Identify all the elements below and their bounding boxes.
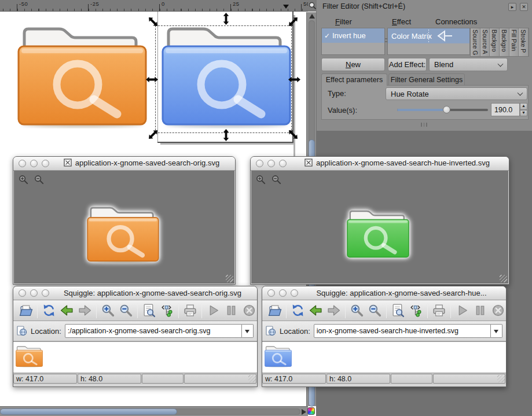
resize-grip[interactable] <box>226 275 233 282</box>
play-button[interactable] <box>454 302 471 319</box>
svg-content-area[interactable] <box>262 341 506 373</box>
value-slider-thumb[interactable] <box>443 106 450 113</box>
maximize-button[interactable] <box>279 160 287 167</box>
close-button[interactable] <box>256 160 263 167</box>
tree-button[interactable] <box>159 302 175 319</box>
zoom-out-button[interactable] <box>118 302 134 319</box>
scale-handle-n[interactable] <box>222 13 230 25</box>
play-button[interactable] <box>205 302 222 319</box>
add-effect-button[interactable]: Add Effect: <box>388 58 427 71</box>
maximize-button[interactable] <box>42 289 49 297</box>
new-filter-button[interactable]: New <box>321 58 385 71</box>
back-button[interactable] <box>307 302 324 319</box>
scale-handle-se[interactable] <box>286 127 300 141</box>
connection-background-image[interactable]: Backgro <box>490 28 500 56</box>
connection-source-graphic[interactable]: Source G <box>471 28 480 56</box>
resize-grip[interactable] <box>248 375 256 382</box>
tree-button[interactable] <box>408 302 424 319</box>
stop-button[interactable] <box>241 302 258 319</box>
viewer-inverted-titlebar[interactable]: application-x-gnome-saved-search-hue-inv… <box>251 157 509 171</box>
zoom-in-icon[interactable] <box>19 175 28 185</box>
connection-fill-paint[interactable]: Fill Pain <box>509 28 519 56</box>
scale-handle-s[interactable] <box>222 129 230 141</box>
type-label: Type: <box>328 89 346 98</box>
resize-grip[interactable] <box>500 275 507 282</box>
minimize-button[interactable] <box>279 289 287 297</box>
connection-source-alpha[interactable]: Source A <box>480 28 490 56</box>
horizontal-scrollbar[interactable] <box>0 406 308 416</box>
filter-enabled-checkbox[interactable]: ✓ <box>322 32 332 40</box>
type-dropdown[interactable]: Hue Rotate <box>386 87 527 100</box>
zoom-out-icon[interactable] <box>34 175 44 185</box>
location-history-dropdown[interactable] <box>242 324 254 338</box>
scroll-right-arrow[interactable] <box>302 409 306 415</box>
add-effect-dropdown[interactable]: Blend <box>429 58 508 71</box>
viewer-orig-titlebar[interactable]: application-x-gnome-saved-search-orig.sv… <box>13 157 235 171</box>
squiggle-window-hue-inverted[interactable]: Squiggle: application-x-gnome-saved-sear… <box>262 286 507 387</box>
effect-list[interactable]: Color Matrix <box>387 28 470 55</box>
maximize-button[interactable] <box>42 160 49 167</box>
open-button[interactable] <box>266 302 283 319</box>
panel-close-button[interactable]: ✕ <box>520 3 528 11</box>
scale-handle-e[interactable] <box>288 76 300 83</box>
zoom-out-icon[interactable] <box>271 175 281 185</box>
refresh-button[interactable] <box>289 302 306 319</box>
close-button[interactable] <box>19 160 26 167</box>
resize-grip[interactable] <box>497 375 505 382</box>
location-history-dropdown[interactable] <box>491 324 502 338</box>
effect-list-item[interactable]: Color Matrix <box>388 28 469 43</box>
preview-button[interactable] <box>390 302 406 319</box>
svg-content-area[interactable] <box>13 341 257 373</box>
panel-resize-grip[interactable] <box>421 123 427 127</box>
spin-up-icon[interactable]: ▲ <box>520 103 527 110</box>
horizontal-ruler[interactable]: -50-2502550 <box>0 0 308 12</box>
zoom-out-button[interactable] <box>366 302 383 319</box>
filter-list[interactable]: ✓ Invert hue <box>321 28 385 55</box>
connections-area[interactable]: Source G Source A Backgro Backgro Fill P… <box>470 28 529 57</box>
open-button[interactable] <box>17 302 34 319</box>
pause-button[interactable] <box>223 302 240 319</box>
squiggle-orig-titlebar[interactable]: Squiggle: application-x-gnome-saved-sear… <box>13 286 257 300</box>
stop-button[interactable] <box>490 302 507 319</box>
location-input[interactable] <box>314 324 491 338</box>
value-spin-buttons[interactable]: ▲ ▼ <box>520 103 527 116</box>
print-button[interactable] <box>182 302 199 319</box>
print-button[interactable] <box>431 302 447 319</box>
tab-effect-parameters[interactable]: Effect parameters <box>321 73 387 86</box>
value-spinbox[interactable]: 190.0 <box>491 103 520 116</box>
viewer-window-orig[interactable]: application-x-gnome-saved-search-orig.sv… <box>13 156 236 285</box>
connection-background-alpha[interactable]: Backgro <box>500 28 509 56</box>
close-button[interactable] <box>267 289 275 297</box>
preview-button[interactable] <box>141 302 157 319</box>
minimize-button[interactable] <box>30 289 38 297</box>
squiggle-inverted-titlebar[interactable]: Squiggle: application-x-gnome-saved-sear… <box>262 286 506 300</box>
back-button[interactable] <box>58 302 75 319</box>
minimize-button[interactable] <box>267 160 275 167</box>
squiggle-window-orig[interactable]: Squiggle: application-x-gnome-saved-sear… <box>13 286 258 387</box>
location-input[interactable] <box>65 324 242 338</box>
color-management-icon[interactable] <box>307 407 315 415</box>
zoom-in-button[interactable] <box>100 302 116 319</box>
close-button[interactable] <box>19 289 26 297</box>
zoom-corner-icon[interactable] <box>309 2 316 9</box>
spin-down-icon[interactable]: ▼ <box>520 110 527 117</box>
ruler-major-tick <box>159 4 160 11</box>
zoom-in-icon[interactable] <box>256 175 266 185</box>
scale-handle-w[interactable] <box>146 76 158 83</box>
panel-detach-button[interactable]: ▸ <box>508 3 516 11</box>
viewer-window-hue-inverted[interactable]: application-x-gnome-saved-search-hue-inv… <box>250 156 509 285</box>
folder-search-orange-icon[interactable] <box>17 27 147 128</box>
filter-list-item[interactable]: ✓ Invert hue <box>322 28 384 43</box>
scroll-up-arrow[interactable] <box>309 14 315 19</box>
connection-triangle-icon[interactable] <box>436 30 453 42</box>
forward-button[interactable] <box>325 302 342 319</box>
tab-filter-general-settings[interactable]: Filter General Settings <box>388 73 465 86</box>
maximize-button[interactable] <box>291 289 298 297</box>
forward-button[interactable] <box>76 302 93 319</box>
refresh-button[interactable] <box>41 302 57 319</box>
horizontal-scrollbar-thumb[interactable] <box>0 408 177 415</box>
connection-stroke-paint[interactable]: Stroke P <box>519 28 529 56</box>
zoom-in-button[interactable] <box>348 302 365 319</box>
minimize-button[interactable] <box>30 160 38 167</box>
pause-button[interactable] <box>472 302 489 319</box>
